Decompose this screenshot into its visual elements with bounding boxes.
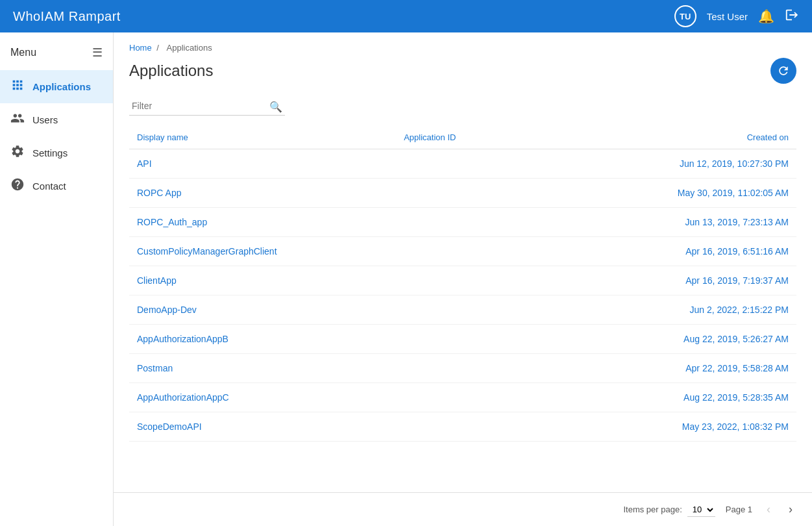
col-header-created-on: Created on	[630, 126, 796, 149]
breadcrumb: Home / Applications	[129, 43, 796, 53]
user-avatar[interactable]: TU	[674, 5, 696, 27]
cell-created-on: Aug 22, 2019, 5:26:27 AM	[630, 325, 796, 354]
topbar: WhoIAM Rampart TU Test User 🔔	[0, 0, 812, 32]
table-row[interactable]: DemoApp-DevJun 2, 2022, 2:15:22 PM	[129, 295, 796, 325]
cell-created-on: May 23, 2022, 1:08:32 PM	[630, 412, 796, 442]
cell-created-on: Jun 2, 2022, 2:15:22 PM	[630, 295, 796, 325]
cell-app-id	[396, 354, 630, 383]
table: Display name Application ID Created on A…	[129, 126, 796, 442]
cell-created-on: Jun 13, 2019, 7:23:13 AM	[630, 208, 796, 237]
user-initials: TU	[680, 12, 691, 21]
cell-display-name[interactable]: DemoApp-Dev	[129, 295, 396, 325]
table-row[interactable]: ScopeDemoAPIMay 23, 2022, 1:08:32 PM	[129, 412, 796, 442]
applications-table: Display name Application ID Created on A…	[129, 126, 796, 442]
table-body: APIJun 12, 2019, 10:27:30 PMROPC AppMay …	[129, 149, 796, 442]
items-per-page-label: Items per page:	[623, 505, 682, 514]
table-header: Display name Application ID Created on	[129, 126, 796, 149]
settings-icon	[10, 144, 25, 162]
search-icon: 🔍	[269, 100, 282, 112]
sidebar-item-settings[interactable]: Settings	[0, 136, 113, 169]
main-content: Home / Applications Applications 🔍	[114, 32, 812, 526]
cell-display-name[interactable]: AppAuthorizationAppC	[129, 383, 396, 412]
cell-created-on: May 30, 2019, 11:02:05 AM	[630, 179, 796, 208]
table-row[interactable]: CustomPolicyManagerGraphClientApr 16, 20…	[129, 237, 796, 266]
cell-app-id	[396, 266, 630, 295]
logout-icon[interactable]	[785, 8, 799, 25]
page-info: Page 1	[726, 505, 752, 514]
filter-input-wrap: 🔍	[129, 97, 285, 116]
sidebar-item-applications[interactable]: Applications	[0, 70, 113, 103]
col-header-app-id: Application ID	[396, 126, 630, 149]
apps-icon	[10, 78, 25, 95]
table-row[interactable]: ROPC_Auth_appJun 13, 2019, 7:23:13 AM	[129, 208, 796, 237]
table-row[interactable]: AppAuthorizationAppCAug 22, 2019, 5:28:3…	[129, 383, 796, 412]
sidebar-label-users: Users	[32, 114, 58, 125]
table-header-row: Display name Application ID Created on	[129, 126, 796, 149]
table-row[interactable]: ROPC AppMay 30, 2019, 11:02:05 AM	[129, 179, 796, 208]
username-label: Test User	[707, 11, 748, 22]
next-page-button[interactable]: ›	[785, 500, 796, 519]
cell-app-id	[396, 295, 630, 325]
hamburger-icon[interactable]: ☰	[92, 45, 103, 60]
cell-app-id	[396, 325, 630, 354]
cell-created-on: Aug 22, 2019, 5:28:35 AM	[630, 383, 796, 412]
menu-label: Menu	[10, 47, 36, 58]
prev-page-button[interactable]: ‹	[763, 500, 774, 519]
menu-header: Menu ☰	[0, 39, 113, 70]
cell-display-name[interactable]: Postman	[129, 354, 396, 383]
cell-display-name[interactable]: ScopeDemoAPI	[129, 412, 396, 442]
users-icon	[10, 111, 25, 129]
cell-display-name[interactable]: AppAuthorizationAppB	[129, 325, 396, 354]
cell-display-name[interactable]: ROPC App	[129, 179, 396, 208]
sidebar-label-settings: Settings	[32, 147, 68, 158]
cell-app-id	[396, 208, 630, 237]
breadcrumb-current: Applications	[167, 43, 212, 53]
page-title: Applications	[129, 62, 213, 80]
cell-app-id	[396, 149, 630, 179]
filter-row: 🔍	[129, 97, 796, 116]
cell-created-on: Apr 16, 2019, 6:51:16 AM	[630, 237, 796, 266]
refresh-button[interactable]	[770, 58, 796, 84]
cell-display-name[interactable]: API	[129, 149, 396, 179]
sidebar-item-contact[interactable]: Contact	[0, 169, 113, 203]
layout: Menu ☰ Applications Users Settings	[0, 32, 812, 526]
content-area: Home / Applications Applications 🔍	[114, 32, 812, 452]
table-row[interactable]: ClientAppApr 16, 2019, 7:19:37 AM	[129, 266, 796, 295]
cell-app-id	[396, 383, 630, 412]
cell-app-id	[396, 412, 630, 442]
cell-created-on: Apr 16, 2019, 7:19:37 AM	[630, 266, 796, 295]
pagination-bar: Items per page: 10 25 50 Page 1 ‹ ›	[114, 492, 812, 526]
app-title: WhoIAM Rampart	[13, 9, 121, 24]
breadcrumb-home[interactable]: Home	[129, 43, 152, 53]
items-per-page-select[interactable]: 10 25 50	[687, 503, 715, 517]
cell-display-name[interactable]: CustomPolicyManagerGraphClient	[129, 237, 396, 266]
sidebar: Menu ☰ Applications Users Settings	[0, 32, 114, 526]
cell-created-on: Jun 12, 2019, 10:27:30 PM	[630, 149, 796, 179]
cell-display-name[interactable]: ROPC_Auth_app	[129, 208, 396, 237]
table-row[interactable]: AppAuthorizationAppBAug 22, 2019, 5:26:2…	[129, 325, 796, 354]
col-header-display-name: Display name	[129, 126, 396, 149]
contact-icon	[10, 177, 25, 195]
cell-display-name[interactable]: ClientApp	[129, 266, 396, 295]
items-per-page: Items per page: 10 25 50	[623, 503, 715, 517]
cell-app-id	[396, 179, 630, 208]
sidebar-item-users[interactable]: Users	[0, 103, 113, 136]
sidebar-label-contact: Contact	[32, 181, 66, 192]
topbar-right: TU Test User 🔔	[674, 5, 799, 27]
notification-icon[interactable]: 🔔	[758, 8, 774, 24]
cell-app-id	[396, 237, 630, 266]
filter-input[interactable]	[129, 97, 285, 116]
table-row[interactable]: APIJun 12, 2019, 10:27:30 PM	[129, 149, 796, 179]
cell-created-on: Apr 22, 2019, 5:58:28 AM	[630, 354, 796, 383]
sidebar-label-applications: Applications	[32, 81, 91, 92]
page-title-row: Applications	[129, 58, 796, 84]
table-row[interactable]: PostmanApr 22, 2019, 5:58:28 AM	[129, 354, 796, 383]
breadcrumb-separator: /	[156, 43, 159, 53]
